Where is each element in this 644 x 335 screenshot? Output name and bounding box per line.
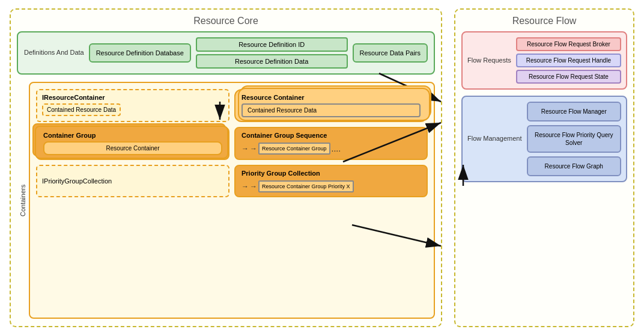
seq-dots: .... xyxy=(332,144,341,153)
pgc-title: Priority Group Collection xyxy=(242,170,421,177)
request-state-item: Resource Flow Request State xyxy=(516,70,621,84)
resource-container-title: Resource Container xyxy=(242,94,421,101)
ipriority-box: IPriorityGroupCollection xyxy=(36,165,229,198)
containers-grid: IResourceContainer Contained Resource Da… xyxy=(36,89,428,198)
resource-core-section: Resource Core Definitions And Data Resou… xyxy=(10,8,442,327)
flow-requests-label: Flow Requests xyxy=(467,56,511,64)
iresource-container-box: IResourceContainer Contained Resource Da… xyxy=(36,89,229,122)
pgc-cells: → → Resource Container Group Priority X xyxy=(242,180,421,193)
resource-data-pairs: Resource Data Pairs xyxy=(353,43,428,63)
seq-arrow-2: → xyxy=(250,144,257,153)
flow-management-section: Flow Management Resource Flow Manager Re… xyxy=(461,96,627,182)
container-group-seq: Container Group Sequence → → Resource Co… xyxy=(234,127,428,160)
pgc-cell: Resource Container Group Priority X xyxy=(258,180,354,193)
containers-section: Containers IResourceContainer Contained … xyxy=(17,82,435,319)
def-id-data-col: Resource Definition ID Resource Definiti… xyxy=(196,37,348,69)
flow-management-label: Flow Management xyxy=(467,134,522,143)
resource-flow-title: Resource Flow xyxy=(461,16,627,26)
seq-cell: Resource Container Group xyxy=(258,143,330,155)
resource-definition-db: Resource Definition Database xyxy=(89,43,191,63)
definitions-label: Definitions And Data xyxy=(24,48,84,57)
request-broker-item: Resource Flow Request Broker xyxy=(516,37,621,51)
seq-cells: → → Resource Container Group .... xyxy=(242,143,421,155)
ipriority-label: IPriorityGroupCollection xyxy=(42,177,112,185)
container-group-box: Container Group Resource Container xyxy=(36,127,229,160)
resource-container-mini: Resource Container xyxy=(43,141,222,155)
flow-request-items: Resource Flow Request Broker Resource Fl… xyxy=(516,37,621,84)
resource-flow-section: Resource Flow Flow Requests Resource Flo… xyxy=(454,8,634,327)
seq-title: Container Group Sequence xyxy=(242,132,421,139)
resource-core-title: Resource Core xyxy=(17,16,435,26)
flow-requests-section: Flow Requests Resource Flow Request Brok… xyxy=(461,31,627,90)
iresource-container-title: IResourceContainer xyxy=(42,94,223,101)
containers-label: Containers xyxy=(17,82,29,319)
priority-group-collection: Priority Group Collection → → Resource C… xyxy=(234,165,428,198)
request-handle-item: Resource Flow Request Handle xyxy=(516,54,621,67)
flow-management-items: Resource Flow Manager Resource Flow Prio… xyxy=(527,102,622,176)
seq-arrow-1: → xyxy=(242,144,249,153)
contained-resource-label-1: Contained Resource Data xyxy=(42,103,121,116)
pgc-arrow-1: → xyxy=(242,182,249,191)
pgc-arrow-2: → xyxy=(250,182,257,191)
contained-resource-inner: Contained Resource Data xyxy=(242,103,421,117)
flow-manager-item: Resource Flow Manager xyxy=(527,102,622,121)
priority-query-solver-item: Resource Flow Priority Query Solver xyxy=(527,125,622,153)
resource-container-box: Resource Container Contained Resource Da… xyxy=(234,89,428,122)
container-group-title: Container Group xyxy=(43,132,222,139)
containers-inner-section: IResourceContainer Contained Resource Da… xyxy=(29,82,435,319)
definition-id-box: Resource Definition ID xyxy=(196,37,348,52)
flow-graph-item: Resource Flow Graph xyxy=(527,156,622,176)
definition-data-box: Resource Definition Data xyxy=(196,54,348,69)
definition-section: Definitions And Data Resource Definition… xyxy=(17,31,435,75)
